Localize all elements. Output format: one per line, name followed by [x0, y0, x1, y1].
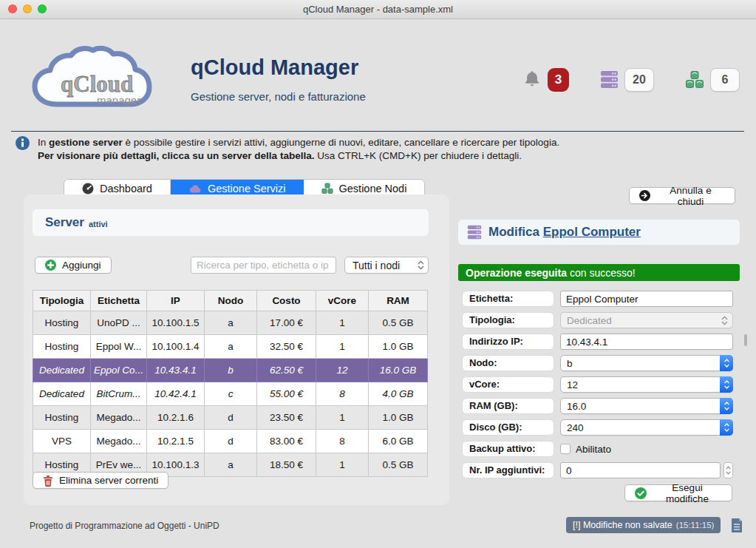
edit-panel-header: Modifica Eppol Computer — [458, 220, 740, 245]
nodo-select[interactable]: b — [560, 355, 733, 371]
qcloud-logo: qCloud manager — [28, 46, 154, 114]
table-row[interactable]: HostingMegado... 10.2.1.6d 23.50 €1 1.0 … — [33, 406, 428, 430]
info-text: In gestione server è possibile gestire i… — [38, 136, 559, 162]
table-cell: Eppol Co... — [91, 359, 147, 382]
server-stack-icon — [600, 70, 619, 89]
table-cell: UnoPD ... — [91, 311, 147, 335]
stepper-buttons[interactable] — [723, 462, 733, 478]
chevron-up-down-icon — [418, 260, 424, 270]
field-label-ram: RAM (GB): — [462, 398, 554, 414]
notifications-badge[interactable]: 3 — [548, 68, 569, 92]
ram-value: 16.0 — [567, 401, 586, 412]
tab-label: Dashboard — [100, 183, 152, 194]
col-header[interactable]: Costo — [257, 291, 316, 311]
server-panel-title: Server — [45, 215, 84, 230]
scrollbar-thumb[interactable] — [744, 334, 747, 346]
backup-checkbox[interactable] — [560, 444, 571, 454]
server-panel-subtitle: attivi — [89, 217, 108, 229]
col-header[interactable]: RAM — [369, 291, 428, 311]
table-cell: 10.2.1.5 — [147, 430, 205, 453]
edit-target-link[interactable]: Eppol Computer — [543, 225, 641, 239]
table-cell: a — [205, 311, 257, 335]
table-row[interactable]: HostingUnoPD ... 10.100.1.5a 17.00 €1 0.… — [33, 311, 428, 335]
servers-count-badge[interactable]: 20 — [624, 68, 654, 92]
node-filter-select[interactable]: Tutti i nodi — [344, 257, 429, 274]
cloud-icon — [188, 184, 202, 194]
table-cell: 8 — [316, 382, 369, 406]
bell-icon — [524, 70, 540, 89]
table-cell: c — [205, 382, 257, 406]
page-title: qCloud Manager — [191, 57, 366, 78]
edit-panel-title: Modifica Eppol Computer — [488, 225, 641, 240]
col-header[interactable]: Nodo — [205, 291, 257, 311]
edit-form: Etichetta: Tipologia: Dedicated Indirizz… — [462, 291, 740, 484]
server-stack-icon-small — [467, 225, 482, 240]
table-cell: Megado... — [91, 406, 147, 430]
table-row[interactable]: HostingEppol W... 10.100.1.4a 32.50 €1 1… — [33, 335, 428, 359]
tab-label: Gestione Servizi — [208, 183, 286, 194]
table-cell: Eppol W... — [91, 335, 147, 359]
chevron-up-down-icon — [720, 398, 733, 414]
table-cell: 0.5 GB — [369, 453, 428, 477]
table-cell: 16.0 GB — [369, 359, 428, 382]
add-server-button[interactable]: Aggiungi — [35, 257, 112, 274]
table-cell: BitCrum... — [91, 382, 147, 406]
zoom-window-button[interactable] — [38, 4, 47, 13]
col-header[interactable]: IP — [147, 291, 205, 311]
table-cell: 10.100.1.4 — [147, 335, 205, 359]
nodo-value: b — [567, 358, 573, 369]
header-badges: 3 20 — [524, 68, 740, 92]
etichetta-input[interactable] — [560, 291, 733, 307]
table-cell: 18.50 € — [257, 453, 316, 477]
table-cell: 8 — [316, 430, 369, 453]
server-panel-header: Server attivi — [33, 209, 429, 236]
unsaved-changes-time: (15:11:15) — [676, 521, 715, 530]
submit-changes-button[interactable]: Esegui modifiche — [624, 484, 732, 501]
field-label-backup: Backup attivo: — [462, 441, 554, 457]
chevron-up-down-icon — [720, 419, 733, 436]
extra-ip-input[interactable] — [560, 462, 721, 478]
ram-select[interactable]: 16.0 — [560, 398, 733, 414]
table-cell: a — [205, 453, 257, 477]
field-label-vcore: vCore: — [462, 376, 554, 393]
tipologia-select: Dedicated — [560, 312, 733, 328]
table-row-selected[interactable]: DedicatedEppol Co... 10.43.4.1b 62.50 €1… — [33, 359, 428, 382]
col-header[interactable]: Etichetta — [91, 291, 147, 311]
submit-changes-label: Esegui modifiche — [653, 482, 722, 504]
success-banner: Operazione eseguita con successo! — [458, 264, 740, 281]
ip-input[interactable] — [560, 334, 733, 350]
table-cell: Hosting — [33, 335, 91, 359]
table-cell: 55.00 € — [257, 382, 316, 406]
field-label-ip-aggiuntivi: Nr. IP aggiuntivi: — [462, 462, 554, 478]
minimize-window-button[interactable] — [23, 4, 32, 13]
table-cell: 4.0 GB — [369, 382, 428, 406]
table-cell: VPS — [33, 430, 91, 453]
disco-select[interactable]: 240 — [560, 419, 733, 436]
nodes-count-badge[interactable]: 6 — [710, 68, 740, 92]
col-header[interactable]: Tipologia — [33, 291, 91, 311]
nodes-icon — [685, 70, 704, 89]
field-label-disco: Disco (GB): — [462, 419, 554, 436]
document-icon[interactable] — [730, 518, 743, 533]
table-cell: 10.43.4.1 — [147, 359, 205, 382]
header-divider — [11, 131, 744, 132]
table-row[interactable]: DedicatedBitCrum... 10.42.4.1c 55.00 €8 … — [33, 382, 428, 406]
vcore-select[interactable]: 12 — [560, 376, 733, 393]
close-window-button[interactable] — [8, 4, 17, 13]
cancel-close-button[interactable]: Annulla e chiudi — [629, 187, 735, 204]
table-row[interactable]: VPSMegado... 10.2.1.5d 83.00 €8 6.0 GB — [33, 430, 428, 453]
col-header[interactable]: vCore — [316, 291, 369, 311]
tipologia-value: Dedicated — [567, 315, 612, 326]
field-label-nodo: Nodo: — [462, 355, 554, 371]
search-input[interactable] — [191, 257, 336, 274]
unsaved-changes-text: [!] Modifiche non salvate — [573, 520, 672, 530]
table-cell: 6.0 GB — [369, 430, 428, 453]
table-cell: 1.0 GB — [369, 406, 428, 430]
table-cell: 1 — [316, 311, 369, 335]
table-cell: 1 — [316, 453, 369, 477]
table-cell: 62.50 € — [257, 359, 316, 382]
server-panel: Server attivi Aggiungi Tutti i nodi — [24, 194, 449, 505]
app-header: qCloud manager qCloud Manager Gestione s… — [28, 41, 740, 118]
chevron-up-down-icon — [720, 355, 733, 371]
delete-servers-button[interactable]: Elimina server correnti — [33, 472, 168, 489]
